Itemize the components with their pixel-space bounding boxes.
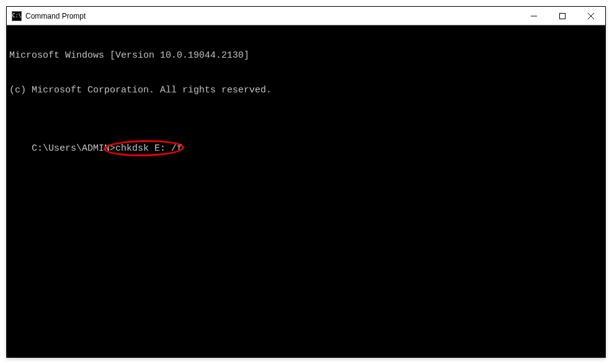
minimize-icon [531, 13, 537, 19]
terminal-prompt-line: C:\Users\ADMIN> [32, 143, 363, 155]
titlebar[interactable]: C:\ Command Prompt [7, 7, 605, 25]
window-controls [520, 7, 605, 25]
maximize-icon [559, 13, 565, 19]
window-title: Command Prompt [25, 12, 520, 20]
prompt-path: C:\Users\ADMIN> [32, 143, 115, 154]
close-button[interactable] [577, 7, 605, 25]
close-icon [588, 13, 594, 19]
command-prompt-window: C:\ Command Prompt Microsoft Windows [Ve… [6, 6, 606, 358]
terminal-header-line-2: (c) Microsoft Corporation. All rights re… [9, 85, 603, 97]
app-icon: C:\ [12, 11, 22, 21]
terminal-blank-line [9, 120, 603, 131]
svg-rect-1 [560, 13, 565, 19]
terminal-header-line-1: Microsoft Windows [Version 10.0.19044.21… [9, 50, 603, 62]
minimize-button[interactable] [520, 7, 548, 25]
terminal-area[interactable]: Microsoft Windows [Version 10.0.19044.21… [7, 25, 605, 357]
maximize-button[interactable] [548, 7, 577, 25]
command-input[interactable] [115, 143, 363, 154]
